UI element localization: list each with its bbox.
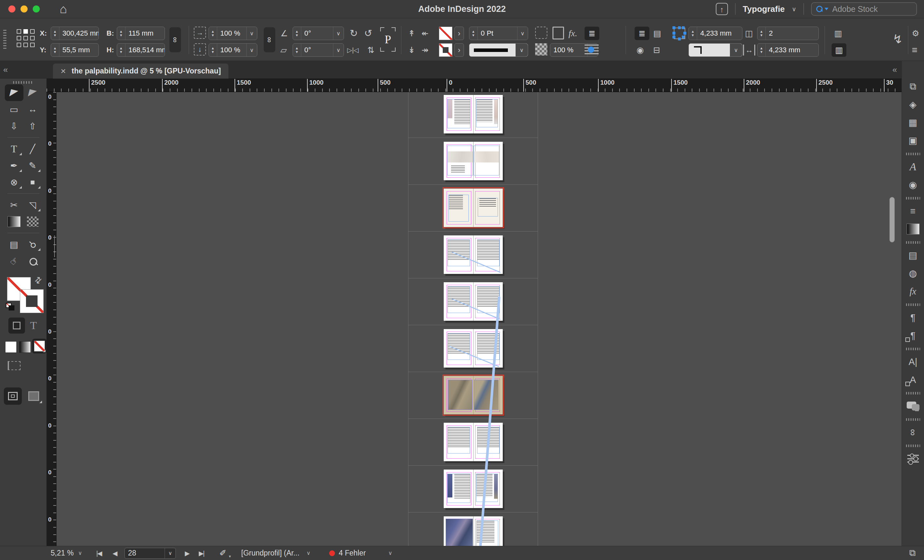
effects-panel-icon[interactable]: fx [904,284,922,298]
wrap-around-object-icon[interactable]: ◉ [636,43,644,57]
last-page-button[interactable]: ▶| [199,550,204,557]
proxy-point[interactable] [16,43,21,47]
properties-sliders-icon[interactable] [904,452,922,466]
zoom-window-button[interactable] [33,6,40,12]
gradient-panel-icon[interactable] [904,222,922,236]
tools-panel-grip-icon[interactable] [13,81,34,84]
zoom-tool[interactable] [23,253,42,270]
spread-row-8[interactable] [444,423,503,461]
collapse-right-dock-icon[interactable]: « [892,65,897,75]
ellipse-frame-tool[interactable]: ⊗ [5,174,23,190]
zoom-chevron-icon[interactable]: ∨ [78,550,82,557]
vertical-ruler[interactable]: 0000000000 [46,92,57,546]
close-tab-icon[interactable]: × [61,67,66,76]
free-transform-tool[interactable]: ◹ [23,197,42,213]
screen-mode-normal-icon[interactable] [4,388,22,405]
two-column-text-icon[interactable]: ▥ [834,27,842,40]
error-chevron-icon[interactable]: ∨ [388,550,392,557]
horizontal-ruler[interactable]: 2500200015001000500050010001500200025003… [46,79,902,92]
proxy-point[interactable] [16,29,21,34]
type-tool[interactable]: T [5,141,23,157]
hand-tool[interactable]: ☞ [5,253,23,270]
pages-panel-icon[interactable]: ⧉ [904,79,922,94]
wrap-bounding-box-icon[interactable]: ▤ [653,27,661,40]
cc-libraries-panel-icon[interactable]: ▣ [904,133,922,148]
rotation-angle-field[interactable]: 0° [292,27,344,40]
page-number-field[interactable]: 28 ∨ [124,548,176,559]
workspace-chevron-icon[interactable]: ∨ [792,6,796,13]
effects-icon[interactable]: fx. [568,27,577,40]
jump-object-icon[interactable]: ⊟ [653,43,660,57]
gear-icon[interactable]: ⚙ [912,27,919,40]
select-previous-object-icon[interactable]: ↞ [422,27,429,40]
corner-shape-dropdown[interactable] [688,43,742,57]
width-field[interactable]: 115 mm [117,27,165,40]
text-frame-options-icon[interactable]: ▤ [904,248,922,262]
panel-menu-icon[interactable]: ≡ [912,43,918,57]
constrain-scale-link-icon[interactable]: ∞ [264,27,275,52]
flip-vertical-icon[interactable]: ⇅ [368,43,374,57]
text-wrap-panel-icon[interactable]: ◉ [904,178,922,192]
rectangle-tool[interactable]: ■ [23,174,42,190]
direct-selection-tool[interactable]: ◤ [23,84,42,101]
previous-page-button[interactable]: ◀ [112,550,117,557]
select-container-icon[interactable]: ↟ [408,27,415,40]
spread-view-icon[interactable]: ⧉ [909,548,916,559]
spread-row-1[interactable] [444,95,503,133]
spread-row-5[interactable] [444,282,503,321]
links-grid-panel-icon[interactable]: ▦ [904,115,922,130]
comments-panel-icon[interactable] [904,399,922,413]
spread-row-3[interactable] [444,189,503,227]
gradient-swatch-tool[interactable] [5,213,23,230]
screen-mode-preview-icon[interactable] [28,391,39,401]
default-fill-stroke-icon[interactable] [6,303,15,311]
formatting-affects-container-icon[interactable] [8,317,25,334]
note-tool[interactable]: ▤ [5,236,23,253]
swap-fill-stroke-icon[interactable]: ⇄ [32,274,44,286]
page-tool[interactable]: ▭ [5,101,23,118]
proxy-point[interactable] [30,36,34,40]
preflight-icon[interactable]: ✐ [219,548,226,558]
spread-row-9[interactable] [444,470,503,508]
character-styles-panel-icon[interactable]: A [904,373,922,387]
document-canvas[interactable] [57,92,902,546]
proxy-point[interactable] [30,43,34,47]
spread-row-2[interactable] [444,142,503,180]
publish-online-icon[interactable]: ◍ [904,266,922,280]
content-placer-tool[interactable]: ⇧ [23,118,42,135]
panel-grip-icon[interactable] [3,30,6,50]
proxy-point-selected[interactable] [23,29,28,34]
page-dropdown-icon[interactable]: ∨ [165,548,176,559]
constrain-dimensions-link-icon[interactable]: ∞ [170,27,181,52]
stroke-style-dropdown[interactable] [469,43,528,57]
adobe-stock-search-field[interactable]: Adobe Stock [811,2,917,16]
paragraph-panel-icon[interactable]: ¶ [904,310,922,325]
corner-options-icon[interactable] [674,28,685,39]
search-scope-dropdown-icon[interactable] [825,8,828,10]
frame-fitting-icon[interactable] [535,27,548,39]
character-panel-icon[interactable]: A| [904,355,922,369]
first-page-button[interactable]: |◀ [96,550,102,557]
stroke-panel-icon[interactable]: ≡ [904,204,922,218]
corner-radius-field[interactable]: 4,233 mm [688,27,742,40]
close-window-button[interactable] [8,6,15,12]
preflight-profile[interactable]: [Grundprofil] (Ar... [241,549,300,557]
optical-alignment-icon[interactable] [585,43,598,57]
gradient-feather-tool[interactable] [23,213,42,230]
height-field[interactable]: 168,514 mm [117,43,165,57]
document-tab[interactable]: × the palpability.indd @ 5 % [GPU-Vorsch… [53,63,228,79]
stroke-weight-field[interactable]: 0 Pt [469,27,528,40]
shear-angle-field[interactable]: 0° [292,43,344,57]
minimize-window-button[interactable] [21,6,28,12]
vertical-justify-icon[interactable]: ≣ [585,27,599,40]
next-page-button[interactable]: ▶ [185,550,189,557]
links-panel-icon[interactable]: ∞ [906,423,920,441]
error-count[interactable]: 4 Fehler [339,549,366,557]
y-position-field[interactable]: 55,5 mm [51,43,99,57]
x-position-field[interactable]: 300,425 mm [51,27,99,40]
apply-color-icon[interactable] [5,341,16,353]
paragraph-styles-panel-icon[interactable]: ¶ [904,328,922,343]
gap-tool[interactable]: ↔ [23,101,42,118]
fill-swatch[interactable] [439,27,452,40]
line-tool[interactable]: ╱ [23,141,42,157]
